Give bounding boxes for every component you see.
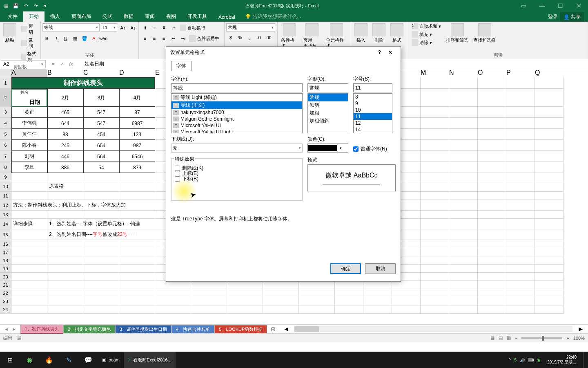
cell[interactable] (506, 240, 535, 248)
underline-combo[interactable]: 无 (171, 144, 303, 153)
qat-more-icon[interactable]: ▾ (41, 1, 50, 10)
cell[interactable] (47, 211, 83, 219)
cell[interactable] (478, 256, 506, 265)
cell[interactable] (421, 200, 449, 211)
cell[interactable] (478, 229, 506, 240)
cell[interactable] (11, 297, 47, 305)
zoom-in-icon[interactable]: + (566, 336, 569, 341)
cell[interactable] (119, 273, 155, 281)
cell[interactable] (478, 297, 506, 305)
cell[interactable] (47, 305, 83, 314)
tab-insert[interactable]: 插入 (45, 11, 66, 22)
row-header-23[interactable]: 23 (0, 297, 11, 305)
close-icon[interactable]: ✕ (570, 0, 588, 11)
data-cell[interactable]: 644 (47, 118, 83, 129)
cell[interactable] (506, 265, 535, 273)
cell[interactable] (535, 200, 564, 211)
cell[interactable] (83, 265, 119, 273)
sort-filter-button[interactable]: 排序和筛选 (444, 22, 470, 44)
row-header-24[interactable]: 24 (0, 305, 11, 314)
column-header-A[interactable]: A (11, 69, 47, 77)
cell[interactable] (363, 281, 392, 289)
data-cell[interactable]: 87 (119, 107, 155, 118)
cell[interactable] (421, 240, 449, 248)
cell[interactable] (47, 289, 83, 297)
cell[interactable] (421, 297, 449, 305)
tab-review[interactable]: 审阅 (139, 11, 160, 22)
cell[interactable] (47, 248, 83, 256)
align-bottom-icon[interactable]: ⬇ (159, 23, 168, 32)
data-cell[interactable]: 245 (47, 140, 83, 151)
cell[interactable] (335, 305, 363, 314)
data-cell[interactable]: 465 (47, 107, 83, 118)
cell[interactable] (47, 273, 83, 281)
cell[interactable] (506, 281, 535, 289)
cell[interactable] (421, 118, 449, 129)
cell[interactable] (478, 118, 506, 129)
tab-layout[interactable]: 页面布局 (66, 11, 97, 22)
cell[interactable] (535, 118, 564, 129)
zoom-level[interactable]: 100% (573, 336, 585, 341)
cell[interactable] (478, 281, 506, 289)
cell[interactable] (191, 289, 227, 297)
cell[interactable] (47, 265, 83, 273)
align-middle-icon[interactable]: ≡ (150, 23, 159, 32)
cell[interactable] (83, 248, 119, 256)
cell[interactable] (449, 151, 478, 162)
cell[interactable] (11, 211, 47, 219)
steps-label[interactable]: 详细步骤： (11, 219, 47, 229)
cell[interactable] (421, 192, 449, 200)
cell[interactable] (449, 240, 478, 248)
comma-icon[interactable]: , (245, 33, 254, 42)
cell[interactable] (47, 297, 83, 305)
tray-up-icon[interactable]: ^ (509, 358, 511, 362)
tray-keyboard-icon[interactable]: ⌨ (528, 358, 534, 362)
cell[interactable] (227, 305, 263, 314)
cell[interactable] (449, 162, 478, 173)
maximize-icon[interactable]: ☐ (551, 0, 570, 11)
cell[interactable] (535, 305, 564, 314)
cell[interactable] (47, 256, 83, 265)
undo-icon[interactable]: ↶ (21, 1, 30, 10)
cell[interactable] (449, 229, 478, 240)
cell[interactable] (299, 289, 335, 297)
cell[interactable] (449, 219, 478, 229)
cell[interactable] (421, 265, 449, 273)
cell[interactable] (506, 151, 535, 162)
cell[interactable] (299, 305, 335, 314)
excel-icon[interactable]: ▦ (2, 1, 11, 10)
cell[interactable] (449, 181, 478, 192)
cell[interactable] (506, 181, 535, 192)
sheet-tab-2[interactable]: 2、指定文字填充颜色 (63, 325, 115, 333)
cell[interactable] (506, 77, 535, 89)
cell[interactable] (478, 289, 506, 297)
cell[interactable] (421, 107, 449, 118)
cell[interactable] (535, 265, 564, 273)
column-header-P[interactable]: P (506, 69, 535, 77)
row-header-20[interactable]: 20 (0, 273, 11, 281)
indent-dec-icon[interactable]: ⇤ (169, 34, 178, 43)
cell[interactable] (449, 89, 478, 107)
cell[interactable] (535, 107, 564, 118)
font-list-item[interactable]: TMicrosoft YaHei UI Light (172, 129, 302, 133)
row-header-6[interactable]: 6 (0, 140, 11, 151)
style-list-item[interactable]: 加粗倾斜 (308, 117, 348, 125)
name-cell[interactable]: 刘明 (11, 151, 47, 162)
cell[interactable] (535, 289, 564, 297)
font-list-item[interactable]: TMalgun Gothic Semilight (172, 116, 302, 122)
cell[interactable] (47, 281, 83, 289)
subscript-checkbox[interactable]: 下标(B) (175, 175, 299, 182)
cell[interactable] (478, 151, 506, 162)
data-cell[interactable]: 6987 (119, 118, 155, 129)
cell[interactable] (506, 273, 535, 281)
underline-button[interactable]: U (61, 34, 70, 43)
orientation-icon[interactable]: ⤢ (169, 23, 178, 32)
sheet-tab-3[interactable]: 3、证件号提取出生日期 (115, 325, 172, 333)
cell[interactable] (478, 162, 506, 173)
name-box[interactable]: A2 (1, 60, 46, 68)
scroll-left-icon[interactable]: ◄ (283, 325, 290, 333)
size-list-item[interactable]: 10 (354, 107, 392, 113)
cell[interactable] (421, 129, 449, 140)
cell[interactable] (535, 256, 564, 265)
name-cell[interactable]: 黄佳佳 (11, 129, 47, 140)
